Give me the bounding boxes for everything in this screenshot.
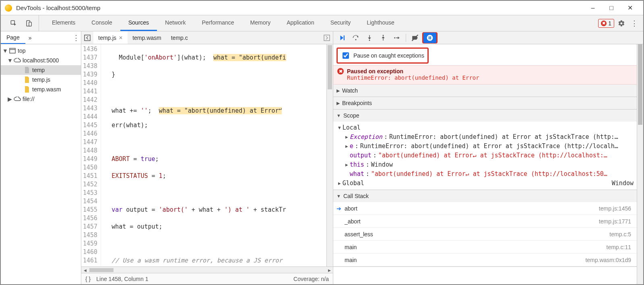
line-gutter: 1436143714381439144014411442144314441445… [81,44,101,266]
scope-var-e[interactable]: ▶e: RuntimeError: abort(undefined) at Er… [336,142,637,151]
debugger-toolbar [333,31,643,44]
main-tab-console[interactable]: Console [83,15,120,31]
svg-rect-14 [429,36,429,39]
main-tab-sources[interactable]: Sources [120,15,157,31]
section-breakpoints[interactable]: ▶Breakpoints [333,97,637,109]
tree-file-temp-js[interactable]: temp.js [1,75,81,85]
file-wasm-icon [23,86,31,93]
window-title: DevTools - localhost:5000/temp [16,4,584,11]
section-scope[interactable]: ▼Scope [333,109,637,122]
pause-on-caught-checkbox-row[interactable]: Pause on caught exceptions [338,49,427,62]
scope-var-what[interactable]: ▶what: "abort(undefined) at Error↵ at js… [336,169,637,179]
sidebar-overflow[interactable]: » [25,35,35,41]
editor-horizontal-scrollbar[interactable]: ◂▸ [81,266,333,273]
code-lines[interactable]: Module['onAbort'](what); what = "abort(u… [101,44,326,266]
svg-point-8 [355,39,357,40]
step-out-button[interactable] [377,33,390,43]
error-dot-icon: ✖ [601,21,607,26]
pause-on-exceptions-button[interactable] [423,33,436,43]
debugger-vertical-scrollbar[interactable] [637,44,643,284]
svg-point-10 [383,35,384,36]
scope-var-this[interactable]: ▶this: Window [336,160,637,169]
stack-frame-abort[interactable]: ➔aborttemp.js:1456 [333,202,637,215]
current-frame-arrow-icon: ➔ [336,205,341,212]
exception-message: RuntimeError: abort(undefined) at Error [337,74,633,81]
kebab-menu-icon[interactable]: ⋮ [629,18,640,29]
close-button[interactable]: ✕ [621,1,639,15]
section-watch[interactable]: ▶Watch [333,85,637,97]
main-tab-elements[interactable]: Elements [44,15,83,31]
select-element-icon[interactable] [8,18,19,29]
resume-button[interactable] [336,33,349,43]
close-tab-icon[interactable]: ✕ [119,35,123,41]
error-circle-icon: ✖ [337,68,344,74]
disable-breakpoints-button[interactable] [409,33,421,43]
device-toolbar-icon[interactable] [23,18,35,29]
tree-file-scheme[interactable]: ▶ file:// [1,94,81,104]
nav-back-icon[interactable] [81,31,93,44]
debugger-panel: Pause on caught exceptions ✖ Paused on e… [333,31,643,284]
tree-origin[interactable]: ▼ localhost:5000 [1,56,81,65]
document-icon [23,67,31,73]
editor-status-bar: { } Line 1458, Column 1 Coverage: n/a [81,273,333,284]
file-js-icon [23,76,31,83]
svg-point-13 [427,35,433,41]
main-tab-memory[interactable]: Memory [242,15,279,31]
main-tab-performance[interactable]: Performance [194,15,242,31]
exception-title: Paused on exception [347,68,403,74]
error-count-pill[interactable]: ✖ 1 [598,19,614,28]
settings-gear-icon[interactable] [616,18,627,29]
exception-banner: ✖ Paused on exception RuntimeError: abor… [333,65,637,85]
pause-on-caught-label: Pause on caught exceptions [353,52,424,59]
window-frame-icon [9,48,16,54]
editor-panel: temp.js✕temp.wasmtemp.c 1436143714381439… [81,31,333,284]
pause-on-caught-checkbox[interactable] [343,52,349,59]
file-tab-temp-js[interactable]: temp.js✕ [93,31,128,44]
step-button[interactable] [390,33,403,43]
devtools-app-icon [5,4,12,12]
main-tab-application[interactable]: Application [279,15,322,31]
scope-local[interactable]: ▼Local [336,123,637,132]
scope-global[interactable]: ▶GlobalWindow [336,179,637,188]
cursor-position: Line 1458, Column 1 [96,276,148,282]
coverage-status: Coverage: n/a [293,276,329,282]
svg-point-11 [394,37,395,38]
svg-rect-7 [344,35,345,40]
main-tab-lighthouse[interactable]: Lighthouse [359,15,402,31]
section-call-stack[interactable]: ▼Call Stack [333,190,637,202]
code-editor[interactable]: 1436143714381439144014411442144314441445… [81,44,333,266]
main-tab-network[interactable]: Network [157,15,194,31]
editor-vertical-scrollbar[interactable] [326,44,333,266]
svg-rect-3 [10,48,15,53]
main-tab-security[interactable]: Security [322,15,359,31]
svg-point-9 [369,39,370,41]
tree-top[interactable]: ▼ top [1,46,81,56]
cloud-icon [14,58,21,63]
stack-frame-main[interactable]: maintemp.wasm:0x1d9 [333,254,637,266]
sidebar-tab-page[interactable]: Page [1,31,25,44]
svg-rect-6 [324,35,330,41]
main-tab-bar: ElementsConsoleSourcesNetworkPerformance… [1,15,643,31]
file-tab-temp-c[interactable]: temp.c [166,31,193,44]
svg-rect-2 [29,22,31,26]
minimize-button[interactable]: – [584,1,602,15]
scope-var-output[interactable]: ▶output: "abort(undefined) at Error↵ at … [336,151,637,160]
step-into-button[interactable] [363,33,376,43]
stack-frame-main[interactable]: maintemp.c:11 [333,241,637,254]
maximize-button[interactable]: □ [602,1,621,15]
sidebar-kebab-icon[interactable]: ⋮ [71,32,81,43]
svg-rect-5 [85,35,90,41]
stack-frame-assert_less[interactable]: assert_lesstemp.c:5 [333,228,637,241]
scope-var-Exception[interactable]: ▶Exception: RuntimeError: abort(undefine… [336,132,637,142]
tree-file-temp[interactable]: temp [1,65,81,75]
navigator-sidebar: Page » ⋮ ▼ top ▼ localhost:5000 temp t [1,31,81,284]
file-tab-temp-wasm[interactable]: temp.wasm [128,31,166,44]
pretty-print-icon[interactable]: { } [85,276,91,282]
stack-frame-_abort[interactable]: _aborttemp.js:1771 [333,215,637,228]
nav-forward-icon[interactable] [321,31,333,44]
tree-file-temp-wasm[interactable]: temp.wasm [1,85,81,94]
pause-on-exceptions-highlight [422,32,438,43]
title-bar: DevTools - localhost:5000/temp – □ ✕ [1,1,643,15]
step-over-button[interactable] [349,33,362,43]
file-tree: ▼ top ▼ localhost:5000 temp temp.js temp… [1,44,81,284]
